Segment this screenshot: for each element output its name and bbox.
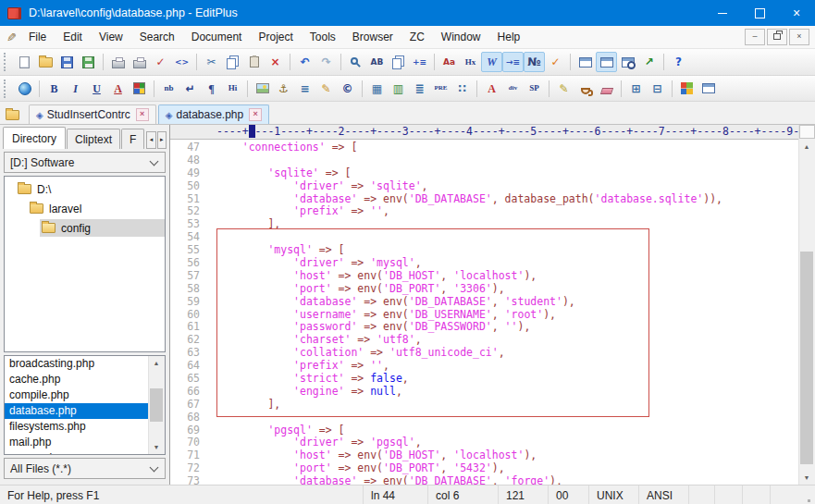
menu-item-search[interactable]: Search <box>131 27 183 47</box>
file-filter-selector[interactable]: All Files (*.*) <box>4 458 166 479</box>
tab-folder-icon[interactable] <box>6 110 19 120</box>
print-preview-icon[interactable] <box>107 52 129 72</box>
sidebar-tab-directory[interactable]: Directory <box>3 127 66 149</box>
copy-icon[interactable] <box>222 52 243 72</box>
cup-icon[interactable] <box>574 79 596 99</box>
goto-line-icon[interactable]: +≡ <box>409 52 430 72</box>
code-line[interactable]: 57 'host' => env('DB_HOST', 'localhost')… <box>170 270 799 283</box>
color-palette-icon[interactable] <box>129 79 150 99</box>
font-color-icon[interactable]: A <box>107 79 129 99</box>
close-tab-icon[interactable]: × <box>136 108 149 121</box>
anchor-icon[interactable]: ⚓ <box>273 79 294 99</box>
code-line[interactable]: 47 'connections' => [ <box>170 141 799 154</box>
table-icon[interactable]: ▦ <box>366 79 388 99</box>
code-area[interactable]: 47 'connections' => [4849 'sqlite' => [5… <box>170 140 815 485</box>
align-center-icon[interactable]: ≡ <box>294 79 315 99</box>
menu-item-file[interactable]: File <box>20 27 55 47</box>
tab-scroll-right-icon[interactable]: ▸ <box>157 131 167 149</box>
code-line[interactable]: 59 'database' => env('DB_DATABASE', 'stu… <box>170 296 799 309</box>
code-line[interactable]: 56 'driver' => 'mysql', <box>170 257 799 270</box>
file-item-cache-php[interactable]: cache.php <box>5 372 149 387</box>
menu-item-document[interactable]: Document <box>183 27 251 47</box>
toggle-case-icon[interactable]: Aa <box>438 52 460 72</box>
new-file-icon[interactable] <box>14 52 35 72</box>
document-list-icon[interactable] <box>574 52 596 72</box>
auto-indent-icon[interactable]: →≡ <box>502 52 524 72</box>
syntax-check-icon[interactable]: ✓ <box>545 52 566 72</box>
scroll-down-icon[interactable]: ▼ <box>149 440 164 454</box>
styled-text-icon[interactable]: A <box>481 79 502 99</box>
doc-close-button[interactable]: × <box>789 29 809 45</box>
word-wrap-icon[interactable]: W <box>481 52 502 72</box>
code-line[interactable]: 67 ], <box>170 399 799 412</box>
replace-icon[interactable]: AB <box>366 52 388 72</box>
doc-tab-database-php[interactable]: ◈database.php× <box>158 104 269 124</box>
maximize-button[interactable] <box>741 0 778 26</box>
code-line[interactable]: 64 'prefix' => '', <box>170 360 799 373</box>
context-help-icon[interactable]: ? <box>668 52 689 72</box>
scrollbar-thumb[interactable] <box>150 388 163 422</box>
div-icon[interactable]: div <box>502 79 524 99</box>
copyright-icon[interactable]: © <box>337 79 358 99</box>
code-line[interactable]: 54 <box>170 231 799 244</box>
drive-selector[interactable]: [D:] Software <box>4 152 166 173</box>
paste-icon[interactable] <box>243 52 265 72</box>
menu-item-view[interactable]: View <box>91 27 131 47</box>
toolbar-grip[interactable] <box>4 80 8 98</box>
align-justify-icon[interactable]: ≣ <box>409 79 430 99</box>
resize-grip-icon[interactable] <box>808 499 810 502</box>
redo-icon[interactable]: ↷ <box>315 52 337 72</box>
menu-item-help[interactable]: Help <box>489 27 529 47</box>
code-line[interactable]: 70 'driver' => 'pgsql', <box>170 436 799 449</box>
script-edit-icon[interactable]: ✎ <box>553 79 574 99</box>
code-line[interactable]: 55 'mysql' => [ <box>170 244 799 257</box>
minimize-button[interactable] <box>704 0 741 26</box>
code-line[interactable]: 73 'database' => env('DB_DATABASE', 'for… <box>170 475 799 485</box>
menu-item-zc[interactable]: ZC <box>401 27 433 47</box>
code-line[interactable]: 65 'strict' => false, <box>170 373 799 386</box>
browser-globe-icon[interactable] <box>14 79 35 99</box>
open-file-icon[interactable] <box>35 52 56 72</box>
code-line[interactable]: 52 'prefix' => '', <box>170 205 799 218</box>
document-tabs-icon[interactable] <box>596 52 617 72</box>
file-list-scrollbar[interactable]: ▲ ▼ <box>148 356 165 454</box>
pre-icon[interactable]: PRE <box>430 79 451 99</box>
scrollbar-thumb[interactable] <box>800 252 813 464</box>
menu-item-tools[interactable]: Tools <box>302 27 344 47</box>
doc-minimize-button[interactable]: – <box>745 29 765 45</box>
scroll-up-icon[interactable]: ▲ <box>799 140 814 154</box>
nbsp-icon[interactable]: nb <box>158 79 179 99</box>
layout-icon[interactable] <box>698 79 719 99</box>
form-fields-icon[interactable]: ⊟ <box>647 79 668 99</box>
eraser-icon[interactable] <box>596 79 617 99</box>
close-button[interactable]: × <box>778 0 815 26</box>
sidebar-tab-f[interactable]: F <box>121 129 144 149</box>
bold-icon[interactable]: B <box>43 79 65 99</box>
code-line[interactable]: 71 'host' => env('DB_HOST', 'localhost')… <box>170 449 799 462</box>
file-item-database-php[interactable]: database.php <box>5 403 149 419</box>
file-item-mail-php[interactable]: mail.php <box>5 435 149 450</box>
hex-view-icon[interactable]: Hx <box>460 52 481 72</box>
code-line[interactable]: 58 'port' => env('DB_PORT', '3306'), <box>170 283 799 296</box>
undo-icon[interactable]: ↶ <box>294 52 315 72</box>
span-icon[interactable]: SP <box>524 79 545 99</box>
code-line[interactable]: 49 'sqlite' => [ <box>170 167 799 180</box>
sidebar-tab-cliptext[interactable]: Cliptext <box>67 129 120 149</box>
colors-icon[interactable] <box>676 79 698 99</box>
tree-item-config[interactable]: config <box>5 218 165 238</box>
save-icon[interactable] <box>56 52 78 72</box>
form-icon[interactable]: ⊞ <box>625 79 647 99</box>
menu-item-project[interactable]: Project <box>250 27 301 47</box>
file-item-filesystems-php[interactable]: filesystems.php <box>5 419 149 435</box>
menu-item-window[interactable]: Window <box>433 27 489 47</box>
spell-check-icon[interactable]: ✓ <box>150 52 171 72</box>
close-tab-icon[interactable]: × <box>249 108 262 121</box>
code-line[interactable]: 69 'pgsql' => [ <box>170 424 799 437</box>
italic-icon[interactable]: I <box>65 79 86 99</box>
code-line[interactable]: 62 'charset' => 'utf8', <box>170 334 799 347</box>
doc-restore-button[interactable] <box>767 29 787 45</box>
edit-pencil-icon[interactable]: ✎ <box>315 79 337 99</box>
code-line[interactable]: 53 ], <box>170 218 799 231</box>
code-line[interactable]: 66 'engine' => null, <box>170 386 799 399</box>
editor-scrollbar[interactable]: ▲ ▼ <box>798 125 815 485</box>
